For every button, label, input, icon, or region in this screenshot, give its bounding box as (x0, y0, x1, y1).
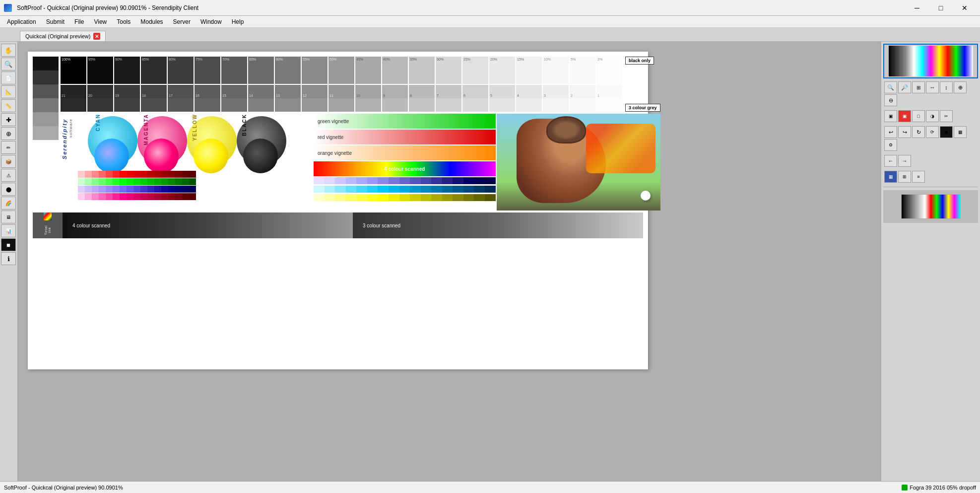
tool-ruler[interactable]: 📏 (1, 99, 16, 112)
tabbar: Quickcal (Original preview) ✕ (0, 28, 980, 42)
right-panel-separator (883, 187, 978, 187)
tool-zoom[interactable]: 🔍 (1, 58, 16, 70)
tab-close-button[interactable]: ✕ (93, 33, 100, 40)
rp-btn-scissors[interactable]: ✂ (940, 110, 953, 122)
rp-btn-red-frame[interactable]: ▣ (898, 110, 911, 122)
red-vignette-bar: red vignette (314, 130, 496, 144)
swatch-100: 100% (61, 57, 86, 84)
tool-box[interactable]: 📦 (1, 155, 16, 168)
green-vignette-label: green vignette (318, 119, 349, 124)
tool-hand[interactable]: ✋ (1, 44, 16, 57)
rp-btn-refresh[interactable]: ↻ (912, 126, 925, 138)
rp-btn-forward[interactable]: → (898, 155, 911, 167)
menu-submit[interactable]: Submit (41, 17, 69, 26)
tool-chart[interactable]: 📊 (1, 224, 16, 237)
photo-hat (546, 116, 586, 143)
menu-window[interactable]: Window (196, 17, 227, 26)
black-only-label: black only (625, 57, 654, 65)
rp-btn-zoom-in[interactable]: 🔍 (884, 81, 897, 93)
rp-btn-list[interactable]: ≡ (912, 171, 925, 183)
cyan-swatches (314, 186, 496, 193)
rp-btn-frame[interactable]: ▣ (884, 110, 897, 122)
status-left: SoftProof - Quickcal (Original preview) … (4, 485, 123, 491)
tool-crosshair[interactable]: ✚ (1, 113, 16, 126)
tool-info[interactable]: ℹ (1, 252, 16, 265)
close-button[interactable]: ✕ (953, 1, 976, 15)
rp-btn-black-sq[interactable]: ■ (940, 126, 953, 138)
cmyk-icon (44, 212, 52, 220)
footer-3color-label: 3 colour scanned (363, 223, 400, 228)
menubar: Application Submit File View Tools Modul… (0, 16, 980, 28)
greyscale-row1: 100% 95% 90% 85% (61, 57, 660, 84)
rp-btn-fit[interactable]: ⊞ (912, 81, 925, 93)
menu-file[interactable]: File (69, 17, 89, 26)
cyan-inner-circle (94, 139, 129, 173)
right-panel-tools-4: ← → (883, 154, 978, 168)
tool-circle[interactable]: ⬤ (1, 183, 16, 196)
rp-btn-zoom-in2[interactable]: ⊕ (954, 81, 967, 93)
yellow-label: YELLOW (192, 114, 197, 141)
rp-btn-redo-left[interactable]: ↪ (898, 126, 911, 138)
brand-label: Serendipity (62, 119, 67, 159)
chart-content: 100% 95% 90% 85% (28, 52, 648, 243)
rp-btn-settings[interactable]: ⚙ (884, 139, 897, 151)
tool-warning[interactable]: ⚠ (1, 169, 16, 182)
rp-btn-vertical[interactable]: ↕ (940, 81, 953, 93)
minimize-button[interactable]: ─ (906, 1, 928, 15)
rp-btn-grid3[interactable]: ⊞ (898, 171, 911, 183)
thumbnail-main (883, 44, 978, 78)
canvas-area[interactable]: 100% 95% 90% 85% (18, 42, 881, 481)
magenta-inner-circle (144, 139, 179, 173)
colour-grey-label: 3 colour grey (625, 104, 660, 112)
maximize-button[interactable]: □ (929, 1, 952, 15)
menu-help[interactable]: Help (227, 17, 249, 26)
tool-pen[interactable]: ✏ (1, 141, 16, 154)
rp-btn-zoom-out[interactable]: 🔎 (898, 81, 911, 93)
four-color-bar: 4 colour scanned (314, 161, 496, 176)
tool-doc[interactable]: 📄 (1, 71, 16, 84)
total-ink-label: Total ink (44, 221, 51, 238)
status-right: Fogra 39 2016 05% dropoff (910, 485, 976, 491)
menu-tools[interactable]: Tools (112, 17, 135, 26)
rp-btn-grid[interactable]: ▦ (954, 126, 967, 138)
four-color-label: 4 colour scanned (384, 166, 425, 172)
right-panel-tools-1: 🔍 🔎 ⊞ ↔ ↕ ⊕ ⊖ (883, 80, 978, 107)
tab-label: Quickcal (Original preview) (25, 33, 90, 39)
thumbnail-secondary (901, 194, 961, 219)
cyan-label: CYAN (95, 114, 101, 131)
tool-black[interactable]: ■ (1, 238, 16, 251)
green-vignette-bar: green vignette (314, 114, 496, 129)
tool-color[interactable]: 🌈 (1, 197, 16, 210)
left-toolbar: ✋ 🔍 📄 📐 📏 ✚ ⊕ ✏ 📦 ⚠ ⬤ 🌈 🖥 📊 ■ ℹ (0, 42, 18, 481)
greyscale-grid: 100% 95% 90% 85% (61, 57, 660, 211)
black-label: BLACK (242, 114, 247, 136)
tool-crop[interactable]: 📐 (1, 85, 16, 98)
titlebar-title: SoftProof - Quickcal (Original preview) … (17, 4, 198, 11)
right-panel: 🔍 🔎 ⊞ ↔ ↕ ⊕ ⊖ ▣ ▣ □ ◑ ✂ ↩ ↪ ↻ ⟳ ■ ▦ ⚙ ← … (881, 42, 980, 481)
titlebar-controls: ─ □ ✕ (906, 1, 976, 15)
yellow-inner-circle (194, 139, 228, 173)
rp-btn-horizontal[interactable]: ↔ (926, 81, 939, 93)
app-icon (4, 4, 12, 12)
document: 100% 95% 90% 85% (28, 52, 648, 369)
rp-btn-zoom-out2[interactable]: ⊖ (884, 94, 897, 106)
tool-screen[interactable]: 🖥 (1, 211, 16, 223)
main-layout: ✋ 🔍 📄 📐 📏 ✚ ⊕ ✏ 📦 ⚠ ⬤ 🌈 🖥 📊 ■ ℹ (0, 42, 980, 481)
rp-btn-color-wheel[interactable]: ◑ (926, 110, 939, 122)
tool-target[interactable]: ⊕ (1, 127, 16, 140)
greyscale-row2: 21 20 19 18 17 16 15 14 13 12 11 10 (61, 85, 660, 112)
menu-modules[interactable]: Modules (135, 17, 168, 26)
right-panel-tools-3: ↩ ↪ ↻ ⟳ ■ ▦ ⚙ (883, 125, 978, 152)
photo-area (497, 114, 660, 211)
menu-view[interactable]: View (89, 17, 112, 26)
menu-server[interactable]: Server (168, 17, 196, 26)
rp-btn-grey[interactable]: □ (912, 110, 925, 122)
menu-application[interactable]: Application (2, 17, 41, 26)
tab-quickcal[interactable]: Quickcal (Original preview) ✕ (20, 31, 106, 41)
rp-btn-back[interactable]: ← (884, 155, 897, 167)
thumbnail-image (889, 46, 973, 76)
rp-btn-grid2[interactable]: ▦ (884, 171, 897, 183)
vignette-area: green vignette red vignette orange vigne… (314, 114, 496, 211)
rp-btn-reset[interactable]: ⟳ (926, 126, 939, 138)
rp-btn-undo[interactable]: ↩ (884, 126, 897, 138)
